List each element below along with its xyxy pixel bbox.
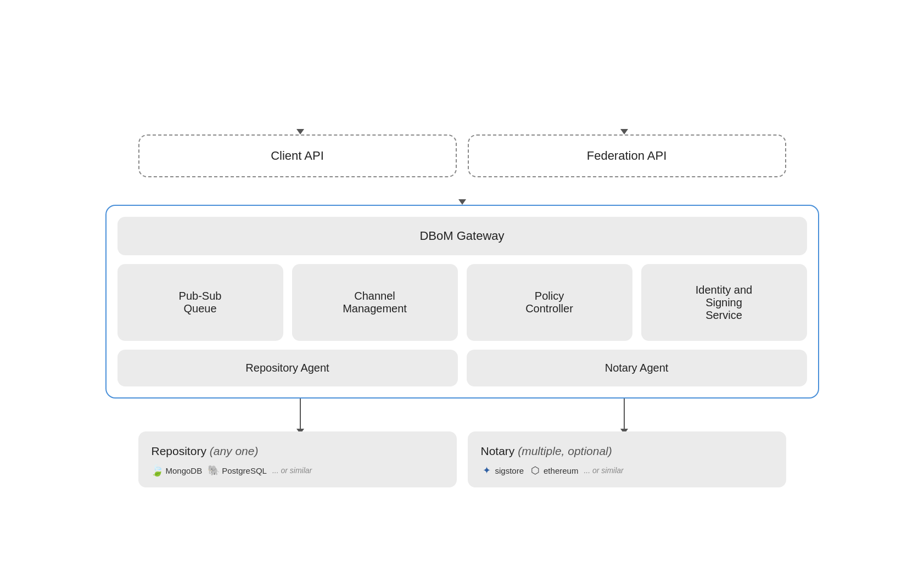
inner-container: DBoM Gateway Pub-SubQueue ChannelManagem… (105, 205, 819, 399)
policy-ctrl-label: PolicyController (525, 290, 573, 315)
notary-or-similar: ... or similar (584, 466, 623, 475)
postgresql-text: PostgreSQL (222, 466, 267, 475)
arrow-line (300, 399, 301, 429)
ethereum-logo: ⬡ ethereum (529, 464, 578, 476)
mongodb-logo: 🍃 MongoDB (152, 464, 203, 476)
sigstore-logo: ✦ sigstore (481, 464, 524, 476)
api-row: Client API Federation API (105, 134, 819, 177)
right-bottom-arrow (620, 399, 628, 434)
repo-agent-box: Repository Agent (117, 350, 458, 386)
client-api-label: Client API (271, 149, 324, 162)
sigstore-text: sigstore (495, 466, 524, 475)
notary-logos: ✦ sigstore ⬡ ethereum ... or similar (481, 464, 773, 476)
notary-box: Notary (multiple, optional) ✦ sigstore ⬡… (468, 431, 786, 487)
channel-mgmt-box: ChannelManagement (292, 264, 458, 341)
policy-ctrl-box: PolicyController (467, 264, 632, 341)
arrow-line (624, 399, 625, 429)
repo-or-similar: ... or similar (272, 466, 312, 475)
arrow-head (620, 129, 628, 134)
channel-mgmt-label: ChannelManagement (343, 290, 407, 315)
services-row: Pub-SubQueue ChannelManagement PolicyCon… (117, 264, 807, 341)
notary-agent-box: Notary Agent (467, 350, 807, 386)
right-top-arrow (620, 129, 628, 134)
gateway-box: DBoM Gateway (117, 217, 807, 255)
pub-sub-box: Pub-SubQueue (117, 264, 283, 341)
agents-row: Repository Agent Notary Agent (117, 350, 807, 386)
repository-title: Repository (any one) (152, 445, 444, 458)
pub-sub-label: Pub-SubQueue (179, 290, 222, 315)
identity-signing-box: Identity andSigningService (641, 264, 807, 341)
middle-arrow (458, 199, 466, 205)
repo-agent-label: Repository Agent (245, 362, 329, 374)
postgresql-icon: 🐘 (208, 464, 220, 476)
bottom-arrows-row (105, 399, 819, 431)
left-bottom-arrow (296, 399, 304, 434)
postgresql-logo: 🐘 PostgreSQL (208, 464, 267, 476)
middle-arrow-row (105, 177, 819, 205)
mongodb-text: MongoDB (166, 466, 203, 475)
bottom-row: Repository (any one) 🍃 MongoDB 🐘 Postgre… (105, 431, 819, 487)
client-api-box: Client API (138, 134, 457, 177)
mongodb-icon: 🍃 (152, 464, 164, 476)
identity-signing-label: Identity andSigningService (696, 284, 752, 322)
repository-box: Repository (any one) 🍃 MongoDB 🐘 Postgre… (138, 431, 457, 487)
federation-api-box: Federation API (468, 134, 786, 177)
arrow-head (458, 199, 466, 205)
gateway-label: DBoM Gateway (419, 229, 504, 243)
left-top-arrow (296, 129, 304, 134)
top-arrows-row (105, 91, 819, 134)
sigstore-icon: ✦ (481, 464, 493, 476)
arrow-head (296, 129, 304, 134)
federation-api-label: Federation API (587, 149, 667, 162)
notary-title: Notary (multiple, optional) (481, 445, 773, 458)
ethereum-icon: ⬡ (529, 464, 541, 476)
diagram-container: Client API Federation API DBoM Gateway P… (105, 80, 819, 498)
repository-logos: 🍃 MongoDB 🐘 PostgreSQL ... or similar (152, 464, 444, 476)
ethereum-text: ethereum (544, 466, 578, 475)
notary-agent-label: Notary Agent (605, 362, 669, 374)
